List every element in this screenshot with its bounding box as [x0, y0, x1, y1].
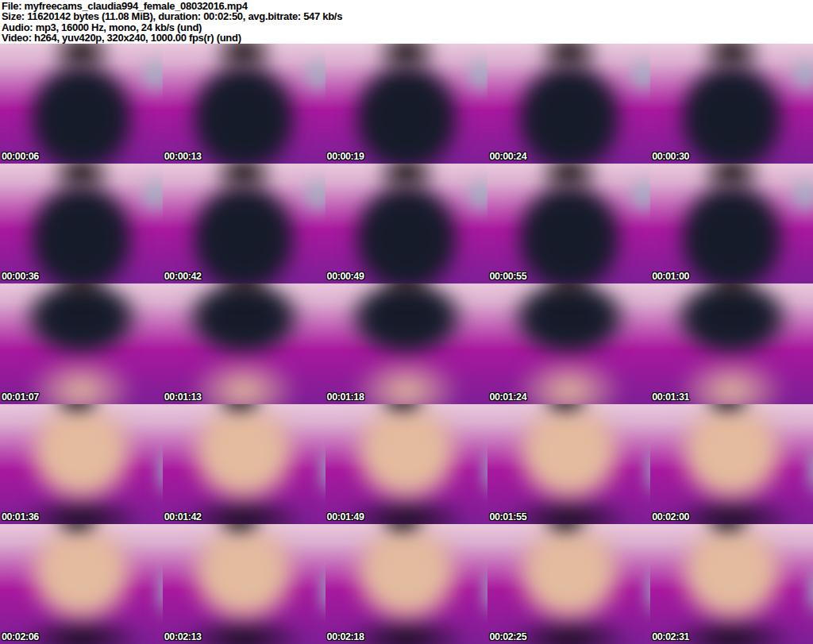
timestamp-overlay: 00:00:36	[2, 271, 39, 282]
timestamp-overlay: 00:01:07	[2, 391, 39, 403]
video-thumbnail: 00:02:00	[650, 404, 813, 524]
timestamp-overlay: 00:00:55	[489, 271, 526, 282]
timestamp-overlay: 00:01:55	[489, 511, 526, 523]
timestamp-overlay: 00:00:30	[652, 151, 689, 162]
video-thumbnail: 00:01:55	[487, 404, 650, 524]
timestamp-overlay: 00:01:13	[164, 391, 202, 403]
timestamp-overlay: 00:01:00	[652, 271, 689, 282]
timestamp-overlay: 00:02:06	[2, 631, 39, 642]
timestamp-overlay: 00:00:49	[327, 271, 364, 282]
timestamp-overlay: 00:02:00	[652, 511, 689, 523]
timestamp-overlay: 00:01:49	[327, 511, 364, 523]
timestamp-overlay: 00:00:13	[164, 151, 202, 162]
video-thumbnail: 00:00:36	[0, 164, 163, 283]
video-thumbnail: 00:00:19	[326, 44, 488, 164]
video-thumbnail: 00:00:24	[487, 44, 650, 164]
video-thumbnail: 00:02:25	[487, 524, 650, 644]
video-thumbnail: 00:01:31	[650, 283, 813, 403]
video-thumbnail: 00:01:13	[163, 283, 326, 403]
timestamp-overlay: 00:02:31	[652, 631, 689, 642]
video-thumbnail: 00:01:24	[487, 283, 650, 403]
video-thumbnail: 00:00:55	[487, 164, 650, 283]
file-name-line: File: myfreecams_claudia994_female_08032…	[2, 1, 813, 11]
video-thumbnail: 00:01:00	[650, 164, 813, 283]
video-thumbnail: 00:00:30	[650, 44, 813, 164]
video-thumbnail: 00:01:42	[163, 404, 326, 524]
timestamp-overlay: 00:01:36	[2, 511, 39, 523]
video-thumbnail: 00:00:49	[326, 164, 488, 283]
audio-info-line: Audio: mp3, 16000 Hz, mono, 24 kb/s (und…	[2, 22, 813, 33]
video-info-line: Video: h264, yuv420p, 320x240, 1000.00 f…	[2, 33, 813, 43]
timestamp-overlay: 00:01:31	[652, 391, 689, 403]
timestamp-overlay: 00:00:24	[489, 151, 526, 162]
video-thumbnail: 00:02:06	[0, 524, 163, 644]
timestamp-overlay: 00:01:18	[327, 391, 364, 403]
video-thumbnail: 00:01:07	[0, 283, 163, 403]
timestamp-overlay: 00:02:25	[489, 631, 526, 642]
video-thumbnail: 00:02:13	[163, 524, 326, 644]
video-thumbnail: 00:00:06	[0, 44, 163, 164]
timestamp-overlay: 00:01:42	[164, 511, 202, 523]
video-thumbnail: 00:02:18	[326, 524, 488, 644]
video-thumbnail: 00:02:31	[650, 524, 813, 644]
video-thumbnail: 00:01:18	[326, 283, 488, 403]
video-thumbnail: 00:01:36	[0, 404, 163, 524]
timestamp-overlay: 00:00:06	[2, 151, 39, 162]
timestamp-overlay: 00:00:19	[327, 151, 364, 162]
timestamp-overlay: 00:02:13	[164, 631, 202, 642]
file-metadata-header: File: myfreecams_claudia994_female_08032…	[0, 0, 813, 44]
video-thumbnail: 00:00:13	[163, 44, 326, 164]
timestamp-overlay: 00:02:18	[327, 631, 364, 642]
timestamp-overlay: 00:01:24	[489, 391, 526, 403]
contact-sheet: File: myfreecams_claudia994_female_08032…	[0, 0, 813, 644]
timestamp-overlay: 00:00:42	[164, 271, 202, 282]
thumbnail-grid: 00:00:0600:00:1300:00:1900:00:2400:00:30…	[0, 44, 813, 644]
file-size-line: Size: 11620142 bytes (11.08 MiB), durati…	[2, 11, 813, 21]
video-thumbnail: 00:00:42	[163, 164, 326, 283]
video-thumbnail: 00:01:49	[326, 404, 488, 524]
